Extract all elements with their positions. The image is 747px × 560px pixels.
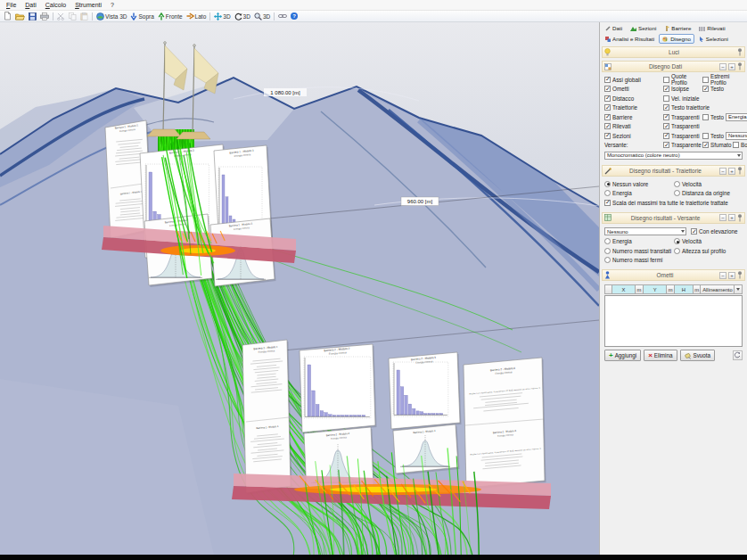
traiettorie-header[interactable]: Disegno risultati - Traiettorie − +: [602, 165, 745, 177]
delete-icon: ×: [648, 352, 653, 359]
radio-nessun-valore[interactable]: Nessun valore: [604, 181, 674, 187]
allineamento-dropdown-button[interactable]: [735, 284, 743, 294]
print-button[interactable]: [38, 12, 51, 21]
zoom-3d-button[interactable]: 3D: [252, 12, 272, 21]
menu-calcolo[interactable]: Calcolo: [41, 2, 70, 8]
expand-button[interactable]: +: [728, 214, 735, 221]
menu-file[interactable]: File: [2, 2, 21, 8]
column-y[interactable]: Y: [644, 284, 668, 294]
checkbox-versante-sfumato[interactable]: Sfumato: [702, 142, 733, 148]
radio-massi-fermi[interactable]: Numero massi fermi: [604, 257, 662, 263]
checkbox-versante-trasparente[interactable]: Trasparente: [663, 142, 702, 148]
save-button[interactable]: [27, 12, 38, 21]
tab-rilevati[interactable]: Rilevati: [695, 23, 728, 33]
radio-distanza-origine[interactable]: Distanza da origine: [674, 190, 730, 196]
disegno-dati-header[interactable]: Disegno Dati − +: [602, 61, 745, 72]
checkbox-traiettorie[interactable]: Traiettorie: [604, 104, 663, 111]
checkbox-quote-profilo[interactable]: Quote Profilo: [663, 73, 702, 86]
column-x[interactable]: X: [612, 284, 636, 294]
link-button[interactable]: [276, 12, 289, 21]
checkbox-barriere-trasparenti[interactable]: Trasparenti: [663, 114, 702, 120]
checkbox-con-elevazione[interactable]: Con elevazione: [691, 228, 737, 235]
tab-disegno[interactable]: Disegno: [659, 34, 694, 44]
pin-icon[interactable]: [737, 214, 743, 222]
radio-altezza-profilo[interactable]: Altezza sul profilo: [674, 248, 726, 254]
dropdown-versante-risultato[interactable]: Nessuno: [604, 227, 686, 235]
luci-header[interactable]: Luci: [602, 46, 745, 58]
new-document-button[interactable]: [2, 12, 13, 21]
radio-velocita-traiettorie[interactable]: Velocità: [674, 181, 702, 187]
checkbox-barriere-testo[interactable]: Testo: [702, 114, 726, 120]
checkbox-estremi-profilo[interactable]: Estremi Profilo: [702, 73, 743, 86]
unit-x-button[interactable]: m: [636, 284, 644, 294]
checkbox-distacco[interactable]: Distacco: [604, 95, 663, 102]
app-window: File Dati Calcolo Strumenti ? Vista 3D S…: [0, 0, 747, 560]
checkbox-rilevati[interactable]: Rilevati: [604, 123, 663, 129]
dropdown-barriere-valore[interactable]: Energia: [726, 113, 747, 121]
checkbox-sezioni-testo[interactable]: Testo: [702, 133, 726, 139]
checkbox-versante-bordi[interactable]: Bordi: [733, 142, 747, 148]
checkbox-ometti[interactable]: Ometti: [604, 86, 663, 92]
tab-sezioni[interactable]: Sezioni: [627, 23, 660, 33]
pin-icon[interactable]: [737, 48, 743, 56]
collapse-button[interactable]: −: [719, 272, 726, 279]
tab-selezioni[interactable]: Selezioni: [695, 34, 732, 44]
column-h[interactable]: H: [675, 284, 694, 294]
rotate-3d-button[interactable]: 3D: [233, 12, 252, 21]
sopra-button[interactable]: Sopra: [128, 12, 155, 21]
checkbox-rilevati-trasparenti[interactable]: Trasparenti: [663, 123, 700, 129]
ometti-header[interactable]: Ometti − +: [602, 269, 745, 281]
tab-dati[interactable]: Dati: [602, 23, 626, 33]
fronte-label: Fronte: [166, 13, 183, 20]
ometti-options-button[interactable]: [733, 350, 743, 360]
checkbox-vel-iniziale[interactable]: Vel. iniziale: [663, 95, 700, 102]
tab-analisi-risultati[interactable]: Analisi e Risultati: [602, 34, 658, 44]
copy-button[interactable]: [67, 12, 78, 21]
checkbox-isoipse[interactable]: Isoipse: [663, 86, 702, 92]
radio-energia-traiettorie[interactable]: Energia: [604, 190, 674, 196]
checkbox-sezioni[interactable]: Sezioni: [604, 133, 663, 139]
versante-header[interactable]: Disegno risultati - Versante − +: [602, 212, 745, 224]
open-button[interactable]: [13, 12, 27, 21]
expand-button[interactable]: +: [728, 168, 735, 175]
collapse-button[interactable]: −: [719, 168, 726, 175]
dropdown-sezioni-valore[interactable]: Nessuno: [726, 132, 747, 140]
radio-massi-transitati[interactable]: Numero massi transitati: [604, 248, 674, 254]
expand-button[interactable]: +: [728, 63, 735, 70]
checkbox-testo-isoipse[interactable]: Testo: [702, 86, 724, 92]
vista-3d-button[interactable]: Vista 3D: [94, 12, 128, 21]
pin-icon[interactable]: [737, 271, 743, 279]
unit-h-button[interactable]: m: [694, 284, 702, 294]
unit-y-button[interactable]: m: [667, 284, 675, 294]
radio-velocita-versante[interactable]: Velocità: [674, 238, 702, 244]
dropdown-versante-colore[interactable]: Monocromatico (colore neutro): [604, 152, 743, 160]
radio-energia-versante[interactable]: Energia: [604, 238, 674, 244]
menu-strumenti[interactable]: Strumenti: [70, 2, 106, 8]
paste-button[interactable]: [78, 12, 90, 21]
ometti-list[interactable]: [604, 295, 743, 347]
checkbox-barriere[interactable]: Barriere: [604, 114, 663, 120]
3d-viewport[interactable]: Barriera 1 - Modulo 1 Energia cinetica B…: [0, 22, 599, 555]
lato-button[interactable]: Lato: [185, 12, 209, 21]
checkbox-sezioni-trasparenti[interactable]: Trasparenti: [663, 133, 702, 139]
checkbox-scala-massimi[interactable]: Scala dei massimi tra tutte le traiettor…: [604, 200, 728, 206]
menu-dati[interactable]: Dati: [21, 2, 40, 8]
menu-help[interactable]: ?: [106, 2, 119, 8]
fronte-button[interactable]: Fronte: [156, 12, 185, 21]
pan-3d-button[interactable]: 3D: [212, 12, 232, 21]
help-button[interactable]: ?: [289, 12, 300, 21]
cut-button[interactable]: [55, 12, 67, 21]
arrow-up-icon: [158, 12, 165, 21]
pin-icon[interactable]: [737, 167, 743, 175]
elimina-button[interactable]: ×Elimina: [644, 350, 677, 361]
collapse-button[interactable]: −: [719, 63, 726, 70]
checkbox-testo-traiettorie[interactable]: Testo traiettorie: [663, 104, 710, 111]
expand-button[interactable]: +: [728, 272, 735, 279]
pin-icon[interactable]: [737, 62, 743, 70]
collapse-button[interactable]: −: [719, 214, 726, 221]
checkbox-assi-globali[interactable]: Assi globali: [604, 77, 663, 83]
column-allineamento[interactable]: Allineamento: [701, 284, 735, 294]
aggiungi-button[interactable]: +Aggiungi: [604, 350, 641, 361]
svuota-button[interactable]: Svuota: [680, 350, 716, 361]
tab-barriere[interactable]: Barriere: [661, 23, 694, 33]
